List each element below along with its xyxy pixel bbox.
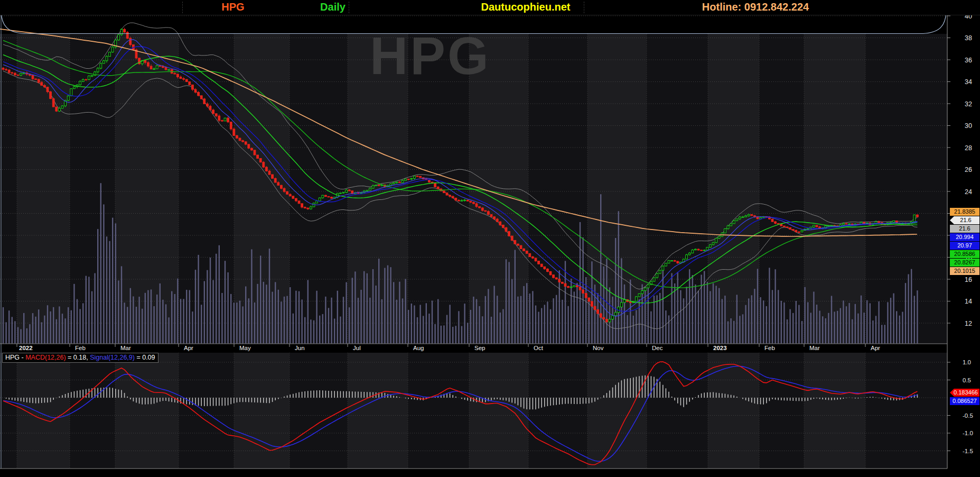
header-divider bbox=[349, 2, 349, 13]
svg-text:38: 38 bbox=[965, 34, 972, 42]
svg-text:32: 32 bbox=[965, 100, 972, 108]
svg-text:Jun: Jun bbox=[295, 345, 305, 351]
svg-text:34: 34 bbox=[965, 78, 972, 86]
price-tag-5: 20.8586 bbox=[950, 250, 979, 258]
svg-text:Jul: Jul bbox=[353, 345, 361, 351]
macd-tag-1: 0.086527 bbox=[950, 397, 979, 405]
macd-label-macd: MACD(12,26) bbox=[25, 354, 66, 361]
macd-tag-0: 0.183466 bbox=[950, 389, 979, 397]
svg-text:-1.0: -1.0 bbox=[963, 430, 973, 436]
price-tag-1: 21.6 bbox=[950, 216, 979, 224]
svg-text:14: 14 bbox=[965, 298, 972, 305]
svg-text:24: 24 bbox=[965, 188, 972, 196]
macd-pane-label: HPG - MACD(12,26) = 0.18, Signal(12,26,9… bbox=[2, 353, 158, 363]
svg-text:26: 26 bbox=[965, 166, 972, 173]
price-tag-7: 20.1015 bbox=[950, 267, 979, 275]
svg-text:Oct: Oct bbox=[534, 345, 544, 351]
watermark: HPG bbox=[370, 26, 491, 85]
svg-text:36: 36 bbox=[965, 57, 972, 64]
price-axis-labels: 403836343230282624222018161412 bbox=[947, 13, 972, 327]
header-divider bbox=[584, 2, 584, 13]
svg-text:16: 16 bbox=[965, 276, 972, 283]
price-tag-0: 21.8385 bbox=[950, 208, 979, 216]
svg-text:1.0: 1.0 bbox=[963, 359, 971, 365]
macd-axis-labels: 1.00.5-0.5-1.0-1.5 bbox=[947, 359, 973, 454]
svg-text:Apr: Apr bbox=[184, 345, 193, 351]
svg-text:30: 30 bbox=[965, 122, 972, 130]
price-tag-3: 20.994 bbox=[950, 233, 979, 241]
svg-text:May: May bbox=[239, 345, 251, 351]
svg-text:Feb: Feb bbox=[75, 345, 86, 351]
timeframe-label: Daily bbox=[309, 0, 357, 15]
svg-text:Dec: Dec bbox=[652, 345, 663, 351]
svg-text:2022: 2022 bbox=[19, 345, 33, 351]
svg-text:Apr: Apr bbox=[871, 345, 880, 351]
svg-text:Nov: Nov bbox=[593, 345, 604, 351]
price-tag-4: 20.97 bbox=[950, 242, 979, 250]
symbol-label: HPG bbox=[209, 0, 257, 15]
macd-label-signal-value: = 0.09 bbox=[135, 354, 155, 361]
header-divider bbox=[182, 2, 183, 13]
macd-label-symbol: HPG - bbox=[5, 354, 25, 361]
svg-text:-0.5: -0.5 bbox=[963, 412, 973, 419]
svg-text:Feb: Feb bbox=[764, 345, 775, 351]
svg-text:Mar: Mar bbox=[120, 345, 131, 351]
macd-label-signal: Signal(12,26,9) bbox=[90, 354, 135, 361]
svg-text:0.5: 0.5 bbox=[963, 377, 971, 383]
hotline-label: Hotline: 0912.842.224 bbox=[674, 0, 837, 15]
svg-text:28: 28 bbox=[965, 144, 972, 152]
svg-text:2023: 2023 bbox=[713, 345, 727, 351]
svg-text:12: 12 bbox=[965, 320, 972, 327]
svg-text:HPG: HPG bbox=[370, 26, 491, 85]
price-tag-6: 20.8267 bbox=[950, 259, 979, 267]
header-bar: HPG Daily Dautucophieu.net Hotline: 0912… bbox=[0, 0, 980, 15]
price-tag-2: 21.6 bbox=[950, 225, 979, 233]
site-label: Dautucophieu.net bbox=[457, 0, 594, 15]
svg-text:-1.5: -1.5 bbox=[963, 448, 973, 454]
svg-text:Aug: Aug bbox=[413, 345, 424, 351]
stock-chart-window: HPG Daily Dautucophieu.net Hotline: 0912… bbox=[0, 0, 980, 477]
main-chart-canvas[interactable]: HPG4038363432302826242220181614121.00.5-… bbox=[0, 0, 980, 477]
macd-label-value: = 0.18, bbox=[66, 354, 90, 361]
svg-text:Mar: Mar bbox=[809, 345, 820, 351]
svg-text:Sep: Sep bbox=[474, 345, 485, 351]
date-axis-labels: 2022FebMarAprMayJunJulAugSepOctNovDec202… bbox=[19, 345, 880, 351]
